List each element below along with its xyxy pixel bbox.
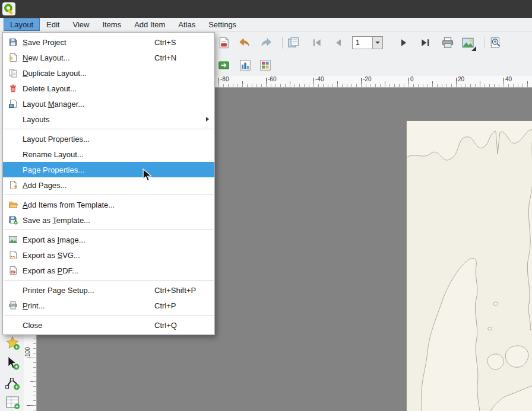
menu-item-label: Close <box>23 321 154 330</box>
toolbar-separator <box>282 37 283 49</box>
menu-item-delete-layout[interactable]: Delete Layout... <box>3 81 214 96</box>
ruler-label: 20 <box>458 76 464 82</box>
dropdown-corner-icon <box>471 46 476 51</box>
menu-item-print[interactable]: Print... Ctrl+P <box>3 298 214 313</box>
menu-item-add-items-from-template[interactable]: Add Items from Template... <box>3 197 214 212</box>
menu-items[interactable]: Items <box>96 18 128 31</box>
menu-item-export-as-image[interactable]: Export as Image... <box>3 232 214 247</box>
menu-separator <box>4 315 214 316</box>
print-atlas-icon[interactable] <box>440 35 455 50</box>
menu-edit[interactable]: Edit <box>40 18 66 31</box>
menu-item-shortcut: Ctrl+Q <box>154 321 209 330</box>
menu-item-close[interactable]: Close Ctrl+Q <box>3 317 214 333</box>
preview-atlas-icon[interactable] <box>216 58 232 73</box>
redo-icon[interactable] <box>259 35 274 50</box>
menu-add-item[interactable]: Add Item <box>128 18 172 31</box>
ruler-label: -80 <box>220 76 229 82</box>
export-svg-icon <box>6 250 20 260</box>
layout-toolbar: 1 <box>216 34 504 52</box>
undo-icon[interactable] <box>236 35 252 50</box>
menu-item-icon-empty <box>6 149 20 160</box>
add-attribute-table-icon[interactable] <box>5 394 20 410</box>
ruler-label: -20 <box>363 76 371 82</box>
menu-item-label: Printer Page Setup... <box>23 286 154 295</box>
menu-item-new-layout[interactable]: New Layout... Ctrl+N <box>3 50 214 65</box>
atlas-toolbar <box>216 56 273 74</box>
menu-item-layout-properties[interactable]: Layout Properties... <box>3 131 214 146</box>
previous-feature-icon[interactable] <box>331 35 346 50</box>
menu-item-label: New Layout... <box>23 53 154 62</box>
export-image-icon <box>6 234 20 245</box>
atlas-settings-icon[interactable] <box>286 35 301 50</box>
menu-item-label: Layouts <box>23 115 206 124</box>
menu-item-export-as-pdf[interactable]: Export as PDF... <box>3 263 214 278</box>
export-pdf-icon <box>6 265 20 276</box>
menu-settings[interactable]: Settings <box>202 18 243 31</box>
layout-menu-dropdown: Save Project Ctrl+S New Layout... Ctrl+N… <box>2 32 215 335</box>
menu-item-label: Add Items from Template... <box>23 200 154 209</box>
menu-item-icon-empty <box>6 133 20 144</box>
menu-item-layouts-submenu[interactable]: Layouts <box>3 111 214 127</box>
menu-item-layout-manager[interactable]: Layout Manager... <box>3 96 214 111</box>
menu-item-shortcut: Ctrl+S <box>154 38 209 47</box>
add-legend-icon[interactable] <box>258 58 273 73</box>
export-atlas-image-icon[interactable] <box>460 35 476 50</box>
menu-item-icon-empty <box>6 164 20 175</box>
menu-item-page-properties[interactable]: Page Properties... <box>3 162 214 177</box>
atlas-feature-value[interactable]: 1 <box>353 37 372 49</box>
ruler-label: -40 <box>315 76 324 82</box>
menu-item-printer-page-setup[interactable]: Printer Page Setup... Ctrl+Shift+P <box>3 282 214 298</box>
menu-item-label: Export as Image... <box>23 235 154 244</box>
save-template-icon <box>6 215 20 225</box>
menu-item-export-as-svg[interactable]: Export as SVG... <box>3 247 214 263</box>
menu-item-add-pages[interactable]: Add Pages... <box>3 177 214 193</box>
export-report-icon[interactable] <box>216 35 232 50</box>
menu-item-shortcut: Ctrl+Shift+P <box>154 286 209 295</box>
ruler-label: 100 <box>24 346 31 358</box>
menu-item-shortcut: Ctrl+N <box>154 53 209 62</box>
submenu-arrow-icon <box>206 117 209 122</box>
menu-item-label: Export as SVG... <box>23 251 154 260</box>
menu-item-duplicate-layout[interactable]: Duplicate Layout... <box>3 65 214 81</box>
menu-layout[interactable]: Layout <box>4 18 40 31</box>
save-icon <box>6 37 20 47</box>
menu-separator <box>4 195 214 195</box>
folder-icon <box>6 199 20 210</box>
select-move-item-icon[interactable] <box>5 355 20 371</box>
map-item <box>407 121 532 411</box>
menu-item-save-as-template[interactable]: Save as Template... <box>3 212 214 228</box>
ruler-label: 0 <box>410 76 414 82</box>
layout-manager-icon <box>6 98 20 109</box>
ruler-label: 40 <box>505 76 512 82</box>
delete-layout-icon <box>6 83 20 94</box>
add-chart-icon[interactable] <box>238 58 253 73</box>
menu-view[interactable]: View <box>66 18 96 31</box>
menu-item-label: Save as Template... <box>23 216 154 225</box>
qgis-layout-window: Layout Edit View Items Add Item Atlas Se… <box>0 0 532 411</box>
window-titlebar <box>0 0 532 18</box>
last-feature-icon[interactable] <box>417 35 433 50</box>
menu-item-label: Delete Layout... <box>23 84 154 93</box>
menu-item-label: Save Project <box>23 38 154 47</box>
menu-item-shortcut: Ctrl+P <box>154 301 209 310</box>
edit-nodes-item-icon[interactable] <box>5 375 20 391</box>
toolbar-separator <box>484 37 485 49</box>
layout-page[interactable] <box>406 120 532 411</box>
menu-item-label: Duplicate Layout... <box>23 69 154 78</box>
first-feature-icon[interactable] <box>309 35 325 50</box>
menu-item-label: Rename Layout... <box>23 150 154 159</box>
menu-separator <box>4 129 214 129</box>
menu-item-rename-layout[interactable]: Rename Layout... <box>3 146 214 162</box>
add-node-item-icon[interactable] <box>5 335 20 351</box>
next-feature-icon[interactable] <box>396 35 411 50</box>
menu-atlas[interactable]: Atlas <box>172 18 202 31</box>
atlas-feature-combo[interactable]: 1 <box>352 36 383 49</box>
zoom-full-icon[interactable] <box>488 35 504 50</box>
add-pages-icon <box>6 180 20 190</box>
combo-dropdown-button[interactable] <box>372 37 382 49</box>
qgis-logo-icon <box>2 2 16 16</box>
ruler-label: -60 <box>268 76 276 82</box>
menu-item-save-project[interactable]: Save Project Ctrl+S <box>3 34 214 50</box>
menu-item-icon-empty <box>6 114 20 125</box>
menu-item-icon-empty <box>6 320 20 330</box>
